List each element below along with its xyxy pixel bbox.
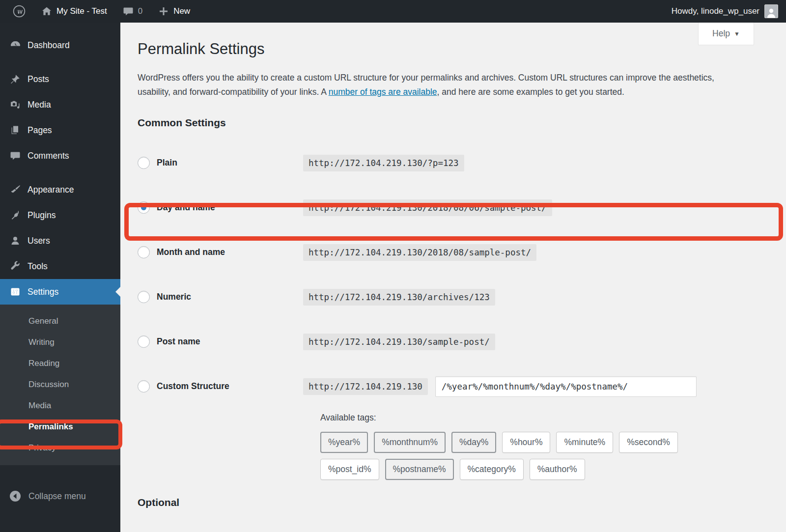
help-label: Help: [712, 28, 730, 39]
sidebar-item-comments[interactable]: Comments: [0, 143, 120, 168]
sidebar-item-posts[interactable]: Posts: [0, 66, 120, 92]
plug-icon: [10, 210, 21, 221]
option-label[interactable]: Post name: [157, 336, 200, 347]
settings-sliders-icon: [10, 286, 21, 297]
custom-structure-base-url: http://172.104.219.130: [303, 378, 428, 395]
wrench-icon: [10, 261, 21, 272]
radio-custom-structure[interactable]: [138, 380, 150, 392]
pages-icon: [10, 125, 21, 136]
submenu-item-general[interactable]: General: [0, 310, 120, 332]
tag-button-hour[interactable]: %hour%: [502, 432, 550, 453]
radio-post-name[interactable]: [138, 336, 150, 348]
submenu-item-privacy[interactable]: Privacy: [0, 437, 120, 458]
common-settings-heading: Common Settings: [120, 99, 786, 129]
howdy-greeting[interactable]: Howdy, linode_wp_user: [672, 6, 759, 16]
option-row-plain: Plain http://172.104.219.130/?p=123: [138, 140, 786, 185]
option-row-post-name: Post name http://172.104.219.130/sample-…: [138, 319, 786, 364]
sidebar-item-label: Media: [28, 100, 51, 110]
permalink-options-table: Plain http://172.104.219.130/?p=123 Day …: [138, 140, 786, 508]
caret-down-icon: ▼: [734, 30, 740, 37]
option-label[interactable]: Plain: [157, 158, 177, 168]
option-row-numeric: Numeric http://172.104.219.130/archives/…: [138, 275, 786, 319]
sidebar-item-label: Plugins: [28, 210, 56, 221]
menu-separator: [0, 58, 120, 66]
tag-button-postname[interactable]: %postname%: [385, 459, 454, 480]
media-icon: [10, 99, 21, 110]
example-url-post-name: http://172.104.219.130/sample-post/: [303, 334, 495, 350]
site-menu[interactable]: My Site - Test: [35, 0, 113, 23]
example-url-numeric: http://172.104.219.130/archives/123: [303, 289, 495, 306]
example-url-day-and-name: http://172.104.219.130/2018/08/06/sample…: [303, 199, 552, 216]
sidebar-item-dashboard[interactable]: Dashboard: [0, 32, 120, 58]
available-tags-list: %year% %monthnum% %day% %hour% %minute% …: [320, 432, 735, 480]
sidebar-item-plugins[interactable]: Plugins: [0, 202, 120, 228]
menu-separator: [0, 168, 120, 177]
radio-month-and-name[interactable]: [138, 246, 150, 258]
option-label[interactable]: Day and name: [157, 202, 215, 213]
sidebar-item-label: Settings: [28, 287, 58, 297]
tag-button-author[interactable]: %author%: [530, 459, 585, 480]
sidebar-item-label: Users: [28, 236, 50, 246]
sidebar-item-label: Pages: [28, 125, 52, 136]
dashboard-icon: [10, 40, 21, 51]
tag-button-minute[interactable]: %minute%: [556, 432, 613, 453]
example-url-plain: http://172.104.219.130/?p=123: [303, 155, 464, 171]
home-icon: [41, 6, 52, 17]
option-label[interactable]: Numeric: [157, 292, 191, 302]
radio-numeric[interactable]: [138, 291, 150, 303]
collapse-menu-label: Collapse menu: [28, 491, 86, 502]
tag-button-monthnum[interactable]: %monthnum%: [374, 432, 446, 453]
custom-structure-input[interactable]: [435, 376, 697, 397]
sidebar-item-label: Appearance: [28, 185, 74, 195]
tag-button-category[interactable]: %category%: [460, 459, 524, 480]
sidebar-item-appearance[interactable]: Appearance: [0, 177, 120, 202]
admin-bar: My Site - Test 0 New Howdy, linode_wp_us…: [0, 0, 786, 23]
sidebar-item-tools[interactable]: Tools: [0, 253, 120, 279]
sidebar-item-label: Dashboard: [28, 40, 70, 51]
comments-menu[interactable]: 0: [117, 0, 148, 23]
sidebar-item-label: Posts: [28, 74, 49, 84]
sidebar-item-label: Comments: [28, 151, 69, 161]
option-label[interactable]: Month and name: [157, 247, 225, 257]
main-content: Help ▼ Permalink Settings WordPress offe…: [120, 23, 786, 532]
site-name: My Site - Test: [56, 6, 107, 16]
user-silhouette-icon: [766, 7, 777, 18]
option-row-custom-structure: Custom Structure http://172.104.219.130: [138, 364, 786, 409]
submenu-item-reading[interactable]: Reading: [0, 353, 120, 374]
avatar[interactable]: [764, 4, 778, 18]
comment-bubble-icon: [123, 6, 134, 17]
available-tags-section: Available tags: %year% %monthnum% %day% …: [320, 413, 738, 480]
tag-button-post-id[interactable]: %post_id%: [320, 459, 379, 480]
page-title: Permalink Settings: [120, 23, 786, 58]
sidebar-item-users[interactable]: Users: [0, 228, 120, 253]
radio-plain[interactable]: [138, 157, 150, 169]
sidebar-item-media[interactable]: Media: [0, 92, 120, 117]
settings-submenu: General Writing Reading Discussion Media…: [0, 305, 120, 465]
tag-button-day[interactable]: %day%: [451, 432, 496, 453]
new-label: New: [173, 6, 190, 16]
collapse-arrow-icon: [9, 490, 22, 503]
help-dropdown[interactable]: Help ▼: [698, 23, 754, 45]
option-label[interactable]: Custom Structure: [157, 381, 229, 392]
optional-heading: Optional: [120, 480, 786, 508]
submenu-item-discussion[interactable]: Discussion: [0, 374, 120, 395]
intro-paragraph: WordPress offers you the ability to crea…: [120, 58, 764, 99]
paintbrush-icon: [10, 184, 21, 195]
submenu-item-media[interactable]: Media: [0, 395, 120, 416]
tag-button-second[interactable]: %second%: [619, 432, 678, 453]
tag-button-year[interactable]: %year%: [320, 432, 368, 453]
new-content-menu[interactable]: New: [152, 0, 196, 23]
wordpress-logo-icon: [13, 5, 26, 18]
comment-count: 0: [138, 6, 142, 16]
sidebar-item-pages[interactable]: Pages: [0, 117, 120, 143]
pushpin-icon: [10, 74, 21, 84]
option-row-day-and-name: Day and name http://172.104.219.130/2018…: [138, 185, 786, 230]
submenu-item-permalinks[interactable]: Permalinks: [0, 416, 120, 437]
sidebar-item-label: Tools: [28, 261, 48, 272]
collapse-menu-button[interactable]: Collapse menu: [0, 483, 120, 509]
tags-available-link[interactable]: number of tags are available: [329, 87, 437, 97]
wordpress-logo-menu[interactable]: [7, 0, 31, 23]
submenu-item-writing[interactable]: Writing: [0, 332, 120, 353]
radio-day-and-name[interactable]: [138, 201, 150, 214]
sidebar-item-settings[interactable]: Settings: [0, 279, 120, 305]
